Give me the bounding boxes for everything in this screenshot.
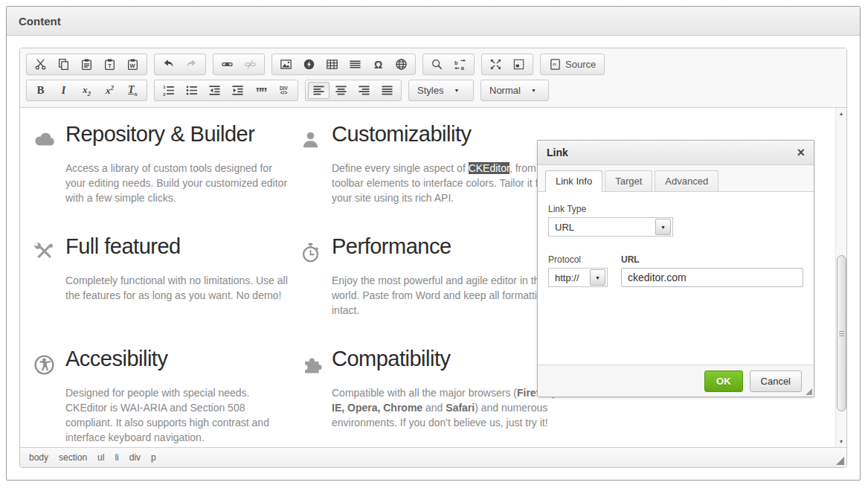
toolbar-group: Ω xyxy=(271,54,416,75)
redo-icon[interactable] xyxy=(180,56,203,74)
italic-icon[interactable]: I xyxy=(52,82,75,100)
remove-format-icon[interactable]: Tx xyxy=(121,82,144,100)
section-paragraph: Compatible with all the major browsers (… xyxy=(332,385,555,430)
show-blocks-icon[interactable] xyxy=(507,56,530,74)
toolbar-group xyxy=(481,54,533,75)
format-combo[interactable]: Normal▼ xyxy=(480,80,549,101)
source-button[interactable]: ‹›Source xyxy=(543,56,602,74)
scroll-down-icon[interactable]: ▼ xyxy=(836,436,846,447)
undo-icon[interactable] xyxy=(157,56,180,74)
window-titlebar: Content xyxy=(7,7,860,36)
scrollbar-thumb[interactable] xyxy=(837,255,846,411)
link-dialog-titlebar[interactable]: Link × xyxy=(538,141,814,165)
tab-link-info[interactable]: Link Info xyxy=(545,170,602,192)
toolbar-group xyxy=(305,80,402,101)
cancel-button[interactable]: Cancel xyxy=(750,370,802,392)
link-type-select[interactable]: URL ▼ xyxy=(548,217,673,237)
section-title: Performance xyxy=(332,235,555,259)
toolbar-group: BIx2x2Tx xyxy=(26,80,147,101)
path-item-ul[interactable]: ul xyxy=(97,452,104,463)
toolbar-group xyxy=(154,54,206,75)
numbered-list-icon[interactable]: 12 xyxy=(157,82,180,100)
protocol-value: http:// xyxy=(549,272,590,283)
protocol-label: Protocol xyxy=(548,254,608,265)
indent-icon[interactable] xyxy=(226,82,249,100)
accessibility-icon xyxy=(30,347,65,445)
align-center-icon[interactable] xyxy=(329,82,353,100)
section-paragraph: Completely functional with no limitation… xyxy=(65,273,289,303)
path-item-li[interactable]: li xyxy=(115,452,118,463)
tools-icon xyxy=(30,235,65,318)
section-title: Customizability xyxy=(332,123,555,147)
toolbar-group: TW xyxy=(26,54,147,75)
table-icon[interactable] xyxy=(321,56,344,74)
iframe-icon[interactable] xyxy=(390,56,413,74)
svg-text:a: a xyxy=(461,65,465,71)
scroll-up-icon[interactable]: ▲ xyxy=(836,108,846,119)
chevron-down-icon[interactable]: ▼ xyxy=(655,219,671,235)
align-right-icon[interactable] xyxy=(353,82,376,100)
superscript-icon[interactable]: x2 xyxy=(98,82,121,100)
blockquote-icon[interactable]: ”” xyxy=(249,82,272,100)
outdent-icon[interactable] xyxy=(203,82,226,100)
editor-resize-handle[interactable] xyxy=(836,457,844,465)
dialog-resize-handle[interactable] xyxy=(806,388,812,395)
styles-combo-label: Styles xyxy=(417,85,443,96)
create-div-icon[interactable]: DIV</> xyxy=(272,82,295,100)
align-left-icon[interactable] xyxy=(308,82,329,99)
section-paragraph: Define every single aspect of CKEditor, … xyxy=(332,161,555,205)
url-input[interactable] xyxy=(621,268,803,287)
cloud-icon xyxy=(30,123,65,205)
image-icon[interactable] xyxy=(274,56,298,74)
bulleted-list-icon[interactable] xyxy=(180,82,203,100)
section-full-featured: Full featuredCompletely functional with … xyxy=(30,235,297,318)
ok-button[interactable]: OK xyxy=(704,370,743,392)
link-dialog-footer: OK Cancel xyxy=(538,365,814,396)
toolbar-group: ba xyxy=(422,54,475,75)
path-item-section[interactable]: section xyxy=(59,452,87,463)
stopwatch-icon xyxy=(297,235,332,318)
url-label: URL xyxy=(621,254,803,265)
tab-advanced[interactable]: Advanced xyxy=(655,170,718,191)
protocol-select[interactable]: http:// ▼ xyxy=(548,268,608,287)
horizontal-rule-icon[interactable] xyxy=(344,56,367,74)
styles-combo[interactable]: Styles▼ xyxy=(408,80,474,101)
copy-icon[interactable] xyxy=(52,56,75,74)
toolbar-row-1: TWΩba‹›Source xyxy=(26,54,840,75)
svg-text:W: W xyxy=(130,62,135,69)
cut-icon[interactable] xyxy=(29,56,52,74)
ckeditor: TWΩba‹›Source BIx2x2Tx12””DIV</>Styles▼N… xyxy=(19,48,847,468)
special-char-icon[interactable]: Ω xyxy=(367,56,390,74)
path-item-p[interactable]: p xyxy=(151,452,156,463)
toolbar-row-2: BIx2x2Tx12””DIV</>Styles▼Normal▼ xyxy=(26,80,840,101)
chevron-down-icon[interactable]: ▼ xyxy=(521,88,542,93)
path-item-body[interactable]: body xyxy=(29,452,48,463)
section-title: Compatibility xyxy=(332,347,555,371)
section-repository-builder: Repository & BuilderAccess a library of … xyxy=(30,123,297,205)
vertical-scrollbar[interactable]: ▲ ▼ xyxy=(835,108,846,447)
selected-text: CKEditor xyxy=(469,162,509,174)
svg-text:2: 2 xyxy=(163,92,166,97)
toolbar-group: ‹›Source xyxy=(540,54,605,75)
tab-target[interactable]: Target xyxy=(605,170,652,191)
link-icon[interactable] xyxy=(216,56,239,74)
find-icon[interactable] xyxy=(425,56,449,74)
close-icon[interactable]: × xyxy=(797,146,805,159)
section-title: Repository & Builder xyxy=(65,123,289,147)
flash-icon[interactable] xyxy=(298,56,321,74)
svg-text:T: T xyxy=(108,62,112,69)
window-title: Content xyxy=(19,15,61,28)
unlink-icon[interactable] xyxy=(239,56,262,74)
replace-icon[interactable]: ba xyxy=(449,56,472,74)
path-item-div[interactable]: div xyxy=(129,452,141,463)
bold-icon[interactable]: B xyxy=(29,82,52,100)
chevron-down-icon[interactable]: ▼ xyxy=(443,88,465,93)
maximize-icon[interactable] xyxy=(484,56,507,74)
paste-text-icon[interactable]: T xyxy=(98,56,121,74)
subscript-icon[interactable]: x2 xyxy=(75,82,98,100)
section-title: Full featured xyxy=(65,235,289,259)
chevron-down-icon[interactable]: ▼ xyxy=(590,269,605,286)
justify-icon[interactable] xyxy=(376,82,399,100)
paste-icon[interactable] xyxy=(75,56,98,74)
paste-word-icon[interactable]: W xyxy=(121,56,144,74)
